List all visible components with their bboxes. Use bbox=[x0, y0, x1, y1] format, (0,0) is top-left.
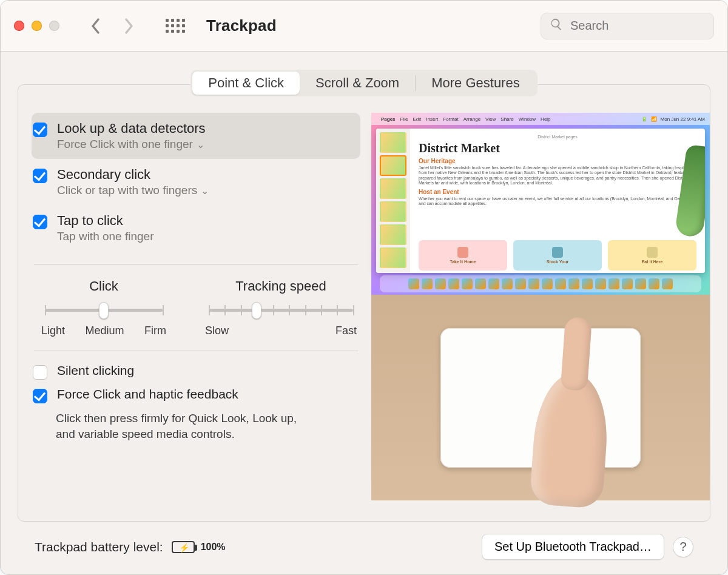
tracking-slider-title: Tracking speed bbox=[204, 278, 358, 294]
force-click-label: Force Click and haptic feedback bbox=[57, 387, 238, 402]
checkbox-tap-to-click[interactable] bbox=[33, 215, 47, 229]
footer: Trackpad battery level: ⚡ 100% Set Up Bl… bbox=[18, 522, 710, 574]
option-lookup-sub-label: Force Click with one finger bbox=[57, 138, 193, 151]
preview-filename: District Market.pages bbox=[419, 135, 696, 139]
battery-label: Trackpad battery level: bbox=[35, 540, 163, 554]
option-tap-sub: Tap with one finger bbox=[57, 230, 154, 243]
checkbox-secondary-click[interactable] bbox=[33, 169, 47, 183]
preview-screen: Pages FileEditInsertFormatArrangeViewSha… bbox=[371, 113, 710, 295]
option-secondary-sub-dropdown[interactable]: Click or tap with two fingers ⌄ bbox=[57, 184, 209, 197]
click-slider-label-firm: Firm bbox=[144, 324, 166, 337]
preview-card-2: Stock Your bbox=[547, 260, 568, 264]
toolbar: Trackpad bbox=[1, 1, 727, 52]
preferences-window: Trackpad Point & Click Scroll & Zoom Mor… bbox=[0, 0, 728, 575]
option-secondary-click[interactable]: Secondary click Click or tap with two fi… bbox=[32, 159, 360, 205]
option-lookup[interactable]: Look up & data detectors Force Click wit… bbox=[32, 113, 360, 159]
click-slider[interactable] bbox=[45, 303, 163, 318]
preview-menubar: Pages FileEditInsertFormatArrangeViewSha… bbox=[371, 113, 710, 125]
pane-title: Trackpad bbox=[206, 16, 277, 35]
divider bbox=[34, 351, 358, 351]
chevron-down-icon: ⌄ bbox=[201, 185, 209, 197]
show-all-prefs-button[interactable] bbox=[166, 17, 184, 35]
tracking-slider-knob[interactable] bbox=[252, 302, 261, 319]
tab-more-gestures[interactable]: More Gestures bbox=[416, 72, 536, 95]
divider bbox=[34, 264, 358, 265]
tab-point-click[interactable]: Point & Click bbox=[192, 72, 300, 95]
battery-value: 100% bbox=[201, 542, 226, 553]
option-tap-to-click[interactable]: Tap to click Tap with one finger bbox=[32, 205, 360, 251]
preview-heading-heritage: Our Heritage bbox=[419, 158, 696, 164]
checkbox-silent-clicking[interactable] bbox=[33, 365, 47, 380]
back-button[interactable] bbox=[85, 15, 107, 37]
preview-paragraph-1: Janet Millet's little sandwich truck sur… bbox=[419, 166, 696, 186]
tab-scroll-zoom[interactable]: Scroll & Zoom bbox=[300, 72, 415, 95]
click-slider-title: Click bbox=[40, 278, 167, 294]
preview-dock bbox=[380, 275, 701, 292]
click-slider-label-medium: Medium bbox=[86, 324, 124, 337]
checkbox-lookup[interactable] bbox=[33, 123, 47, 137]
click-slider-label-light: Light bbox=[41, 324, 65, 337]
gesture-preview: Pages FileEditInsertFormatArrangeViewSha… bbox=[371, 113, 710, 500]
setup-bluetooth-button[interactable]: Set Up Bluetooth Trackpad… bbox=[482, 534, 664, 560]
preview-card-3: Eat It Here bbox=[642, 260, 663, 264]
preview-thumbnails bbox=[376, 129, 410, 273]
battery-icon: ⚡ bbox=[172, 541, 195, 553]
option-secondary-sub-label: Click or tap with two fingers bbox=[57, 184, 197, 197]
silent-clicking-label: Silent clicking bbox=[57, 363, 134, 378]
preview-doc-title: District Market bbox=[419, 141, 696, 155]
force-click-description: Click then press firmly for Quick Look, … bbox=[56, 411, 311, 442]
tracking-slider-label-fast: Fast bbox=[335, 324, 357, 337]
chevron-down-icon: ⌄ bbox=[197, 139, 204, 150]
search-input[interactable] bbox=[569, 18, 705, 33]
option-tap-title: Tap to click bbox=[57, 213, 154, 229]
close-window-button[interactable] bbox=[14, 21, 24, 31]
checkbox-force-click[interactable] bbox=[33, 389, 47, 403]
preview-card-1: Take It Home bbox=[450, 260, 476, 264]
preview-cards: Take It Home Stock Your Eat It Here bbox=[419, 240, 696, 271]
option-lookup-title: Look up & data detectors bbox=[57, 121, 206, 136]
window-controls bbox=[14, 21, 59, 31]
preview-menubar-time: Mon Jun 22 9:41 AM bbox=[661, 116, 705, 122]
minimize-window-button[interactable] bbox=[32, 21, 42, 31]
search-icon bbox=[550, 18, 563, 34]
preview-app-name: Pages bbox=[381, 116, 396, 122]
search-field[interactable] bbox=[541, 13, 714, 39]
preview-paragraph-2: Whether you want to rent our space or ha… bbox=[419, 197, 696, 207]
preview-heading-host: Host an Event bbox=[419, 189, 696, 195]
option-secondary-title: Secondary click bbox=[57, 167, 209, 183]
battery-indicator: ⚡ 100% bbox=[172, 541, 226, 553]
preview-document-window: District Market.pages District Market Ou… bbox=[376, 129, 705, 273]
option-lookup-sub-dropdown[interactable]: Force Click with one finger ⌄ bbox=[57, 138, 206, 151]
option-silent-clicking[interactable]: Silent clicking bbox=[32, 360, 360, 383]
tab-bar: Point & Click Scroll & Zoom More Gesture… bbox=[190, 70, 537, 96]
tracking-speed-slider[interactable] bbox=[209, 303, 353, 318]
option-force-click[interactable]: Force Click and haptic feedback bbox=[32, 383, 360, 407]
preview-page: District Market.pages District Market Ou… bbox=[410, 129, 705, 273]
bolt-icon: ⚡ bbox=[179, 543, 189, 553]
help-button[interactable]: ? bbox=[673, 537, 693, 557]
settings-panel: Look up & data detectors Force Click wit… bbox=[18, 84, 710, 522]
forward-button[interactable] bbox=[118, 15, 140, 37]
preview-trackpad-area bbox=[371, 295, 710, 500]
zoom-window-button[interactable] bbox=[49, 21, 59, 31]
click-slider-knob[interactable] bbox=[99, 302, 109, 319]
tracking-slider-label-slow: Slow bbox=[205, 324, 229, 337]
